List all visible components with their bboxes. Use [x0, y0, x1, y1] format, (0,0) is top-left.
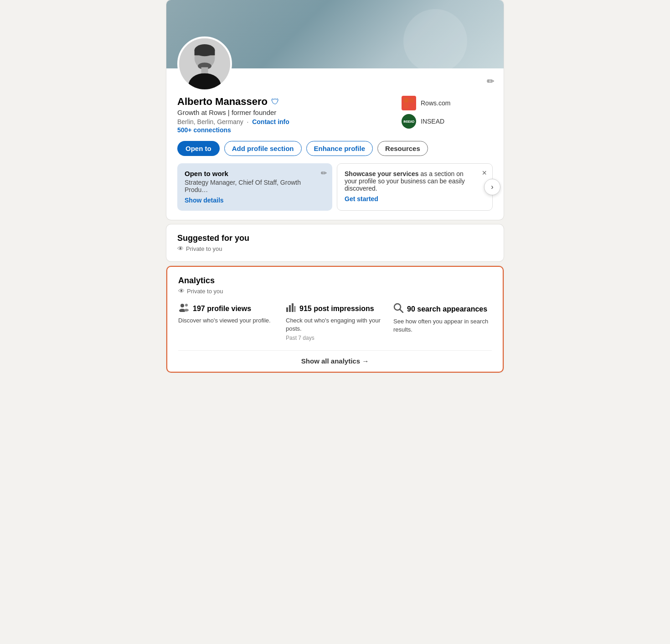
svg-rect-16 — [292, 303, 294, 312]
post-impressions-sub: Past 7 days — [286, 335, 384, 341]
contact-info-link[interactable]: Contact info — [252, 118, 289, 125]
rows-company-name: Rows.com — [421, 99, 450, 107]
suggested-private-text: Private to you — [186, 245, 222, 252]
insead-logo: INSEAD — [402, 114, 416, 129]
search-appearances-desc: See how often you appear in search resul… — [393, 317, 492, 334]
action-buttons: Open to Add profile section Enhance prof… — [177, 141, 493, 156]
profile-views-item[interactable]: 197 profile views Discover who's viewed … — [178, 303, 277, 341]
analytics-private-label: 👁 Private to you — [178, 287, 492, 295]
analytics-title: Analytics — [178, 276, 492, 286]
open-work-edit-button[interactable]: ✏ — [321, 169, 327, 177]
open-to-button[interactable]: Open to — [177, 141, 220, 156]
rows-logo — [402, 96, 416, 110]
profile-views-icon — [178, 303, 189, 315]
search-appearances-stat: 90 search appearances — [407, 305, 487, 313]
svg-rect-17 — [294, 306, 295, 312]
profile-views-stat: 197 profile views — [193, 305, 251, 313]
profile-info: Alberto Manassero 🛡 Growth at Rows | for… — [177, 96, 493, 134]
post-impressions-header: 915 post impressions — [286, 303, 384, 315]
profile-headline: Growth at Rows | former founder — [177, 109, 289, 116]
open-to-work-card: ✏ Open to work Strategy Manager, Chief O… — [177, 163, 332, 211]
company-rows: Rows.com — [402, 96, 493, 110]
enhance-profile-button[interactable]: Enhance profile — [306, 141, 373, 156]
svg-rect-8 — [409, 98, 414, 103]
cards-row: ✏ Open to work Strategy Manager, Chief O… — [177, 163, 493, 211]
profile-name-row: Alberto Manassero 🛡 — [177, 96, 289, 108]
profile-views-desc: Discover who's viewed your profile. — [178, 317, 277, 325]
search-appearances-item[interactable]: 90 search appearances See how often you … — [393, 303, 492, 341]
profile-banner — [166, 0, 504, 68]
profile-location: Berlin, Berlin, Germany · Contact info — [177, 118, 289, 125]
svg-line-19 — [400, 310, 403, 313]
suggested-card: Suggested for you 👁 Private to you — [166, 224, 504, 261]
suggested-private-label: 👁 Private to you — [177, 245, 493, 252]
showcase-close-button[interactable]: × — [482, 168, 487, 178]
profile-card: ✏ Alberto Manassero 🛡 Growth at Rows | f… — [166, 0, 504, 220]
post-impressions-desc: Check out who's engaging with your posts… — [286, 317, 384, 333]
svg-point-10 — [180, 304, 184, 307]
analytics-grid: 197 profile views Discover who's viewed … — [178, 303, 492, 341]
svg-rect-3 — [195, 50, 215, 55]
analytics-card: Analytics 👁 Private to you 197 — [166, 266, 504, 373]
open-work-description: Strategy Manager, Chief Of Staff, Growth… — [185, 179, 325, 193]
eye-icon: 👁 — [177, 245, 184, 252]
svg-rect-9 — [404, 104, 408, 108]
svg-rect-14 — [286, 307, 288, 312]
profile-body: ✏ Alberto Manassero 🛡 Growth at Rows | f… — [166, 68, 504, 220]
open-work-title: Open to work — [185, 170, 325, 177]
profile-right: Rows.com INSEAD INSEAD — [402, 96, 493, 129]
analytics-private-text: Private to you — [187, 288, 223, 295]
profile-name: Alberto Manassero — [177, 96, 268, 108]
company-insead: INSEAD INSEAD — [402, 114, 493, 129]
post-impressions-icon — [286, 303, 296, 315]
add-profile-section-button[interactable]: Add profile section — [224, 141, 302, 156]
location-text: Berlin, Berlin, Germany — [177, 118, 243, 125]
search-appearances-icon — [393, 303, 403, 316]
showcase-services-card: × Showcase your services as a section on… — [337, 163, 493, 211]
svg-point-13 — [184, 309, 189, 312]
get-started-link[interactable]: Get started — [345, 195, 378, 203]
post-impressions-stat: 915 post impressions — [299, 305, 374, 313]
edit-profile-button[interactable]: ✏ — [487, 76, 495, 87]
resources-button[interactable]: Resources — [377, 141, 428, 156]
show-details-link[interactable]: Show details — [185, 197, 224, 204]
post-impressions-item[interactable]: 915 post impressions Check out who's eng… — [286, 303, 384, 341]
verified-icon: 🛡 — [271, 97, 279, 107]
suggested-title: Suggested for you — [177, 234, 493, 243]
svg-rect-7 — [404, 98, 408, 103]
connections-link[interactable]: 500+ connections — [177, 126, 289, 134]
carousel-next-button[interactable]: › — [484, 179, 500, 195]
show-all-analytics-link[interactable]: Show all analytics → — [301, 357, 369, 365]
showcase-text: Showcase your services as a section on y… — [345, 170, 485, 192]
search-appearances-header: 90 search appearances — [393, 303, 492, 316]
analytics-eye-icon: 👁 — [178, 287, 185, 295]
svg-rect-15 — [289, 305, 291, 312]
insead-company-name: INSEAD — [421, 118, 444, 125]
showcase-bold-text: Showcase your services — [345, 170, 419, 177]
profile-left: Alberto Manassero 🛡 Growth at Rows | for… — [177, 96, 289, 134]
analytics-footer: Show all analytics → — [178, 350, 492, 372]
page-wrapper: ✏ Alberto Manassero 🛡 Growth at Rows | f… — [166, 0, 504, 373]
svg-point-12 — [185, 304, 188, 306]
profile-views-header: 197 profile views — [178, 303, 277, 315]
